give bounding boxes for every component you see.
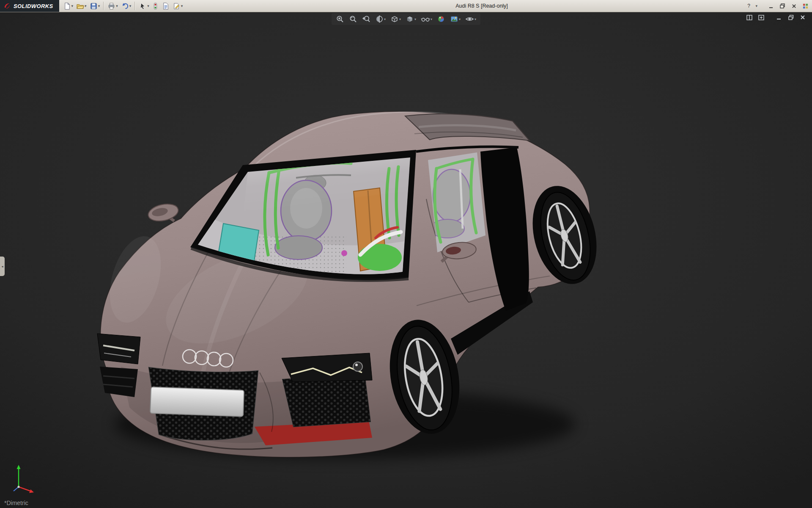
full-screen-icon bbox=[758, 15, 764, 20]
restore-icon bbox=[780, 3, 785, 8]
file-properties-icon bbox=[162, 2, 170, 10]
apply-scene-button[interactable]: ▾ bbox=[449, 14, 461, 24]
headsup-view-toolbar: ▾ ▾ ▾ ▾ bbox=[332, 13, 480, 25]
view-orientation-label: *Dimetric bbox=[4, 500, 28, 506]
solidworks-logo-icon bbox=[3, 2, 11, 10]
undo-button[interactable]: ▾ bbox=[120, 0, 133, 11]
save-button[interactable]: ▾ bbox=[88, 0, 102, 11]
select-button[interactable]: ▾ bbox=[137, 0, 151, 11]
undo-arrow-icon bbox=[121, 2, 129, 10]
options-page-icon bbox=[173, 2, 181, 10]
left-bumper-vent[interactable] bbox=[100, 367, 138, 397]
app-grid-icon bbox=[803, 3, 808, 9]
doc-close-icon bbox=[800, 15, 805, 20]
green-interior-part bbox=[358, 244, 402, 271]
zoom-to-fit-icon bbox=[336, 15, 344, 23]
minimize-button[interactable] bbox=[766, 2, 776, 11]
eyeglasses-icon bbox=[421, 15, 430, 23]
doc-minimize-button[interactable] bbox=[775, 14, 783, 21]
display-style-dropdown-arrow[interactable]: ▾ bbox=[414, 17, 416, 21]
zoom-to-fit-button[interactable] bbox=[335, 14, 345, 24]
graphics-area[interactable]: ▾ ▾ ▾ ▾ bbox=[0, 12, 812, 508]
feature-manager-flyout-arrow[interactable]: ◂ bbox=[0, 257, 5, 276]
print-dropdown-arrow[interactable]: ▾ bbox=[116, 4, 118, 8]
triad-origin bbox=[17, 486, 19, 488]
view-settings-dropdown-arrow[interactable]: ▾ bbox=[475, 17, 476, 21]
y-axis-arrow[interactable] bbox=[17, 465, 21, 469]
close-button[interactable] bbox=[789, 2, 799, 11]
document-window-controls bbox=[745, 14, 807, 21]
hide-show-items-button[interactable]: ▾ bbox=[420, 14, 433, 24]
close-icon bbox=[792, 4, 796, 8]
save-dropdown-arrow[interactable]: ▾ bbox=[98, 4, 100, 8]
license-plate[interactable] bbox=[150, 387, 244, 417]
new-document-icon bbox=[63, 2, 71, 10]
rebuild-button[interactable] bbox=[151, 0, 160, 11]
hide-show-dropdown-arrow[interactable]: ▾ bbox=[431, 17, 432, 21]
open-dropdown-arrow[interactable]: ▾ bbox=[85, 4, 87, 8]
select-dropdown-arrow[interactable]: ▾ bbox=[147, 4, 149, 8]
apply-scene-icon bbox=[450, 15, 458, 23]
section-view-button[interactable]: ▾ bbox=[374, 14, 387, 24]
full-screen-button[interactable] bbox=[757, 14, 765, 21]
restore-button[interactable] bbox=[777, 2, 787, 11]
app-grid-button[interactable] bbox=[800, 2, 810, 11]
display-style-icon bbox=[406, 15, 414, 23]
minimize-icon bbox=[769, 4, 774, 8]
section-view-dropdown-arrow[interactable]: ▾ bbox=[384, 17, 386, 21]
previous-view-icon bbox=[362, 15, 370, 23]
solidworks-logo: SOLIDWORKS bbox=[0, 0, 59, 12]
titlebar: SOLIDWORKS ▾ ▾ ▾ bbox=[0, 0, 812, 12]
split-view-button[interactable] bbox=[745, 14, 754, 21]
help-button[interactable]: ? bbox=[743, 2, 754, 11]
rebuild-stoplight-icon bbox=[152, 2, 159, 10]
appearance-ball-icon bbox=[437, 15, 445, 23]
view-orientation-cube-icon bbox=[390, 15, 399, 23]
split-view-icon bbox=[746, 15, 752, 20]
new-dropdown-arrow[interactable]: ▾ bbox=[71, 4, 74, 8]
view-orientation-dropdown-arrow[interactable]: ▾ bbox=[399, 17, 401, 21]
view-orientation-button[interactable]: ▾ bbox=[390, 14, 402, 24]
options-dropdown-arrow[interactable]: ▾ bbox=[181, 4, 183, 8]
window-title: Audi R8 S [Read-only] bbox=[455, 3, 508, 9]
toolbar-separator bbox=[103, 2, 104, 10]
apply-scene-dropdown-arrow[interactable]: ▾ bbox=[459, 17, 461, 21]
zoom-to-area-icon bbox=[349, 15, 357, 23]
new-button[interactable]: ▾ bbox=[62, 0, 75, 11]
save-floppy-icon bbox=[90, 2, 98, 10]
solidworks-window: SOLIDWORKS ▾ ▾ ▾ bbox=[0, 0, 812, 508]
help-dropdown-arrow[interactable]: ▾ bbox=[755, 4, 757, 8]
doc-restore-button[interactable] bbox=[787, 14, 795, 21]
left-headlight[interactable] bbox=[97, 334, 140, 364]
app-name-label: SOLIDWORKS bbox=[14, 3, 53, 9]
display-style-button[interactable]: ▾ bbox=[405, 14, 417, 24]
print-icon bbox=[107, 2, 115, 10]
section-view-icon bbox=[375, 15, 384, 23]
view-settings-button[interactable]: ▾ bbox=[464, 14, 477, 24]
open-folder-icon bbox=[76, 2, 84, 10]
doc-close-button[interactable] bbox=[798, 14, 807, 21]
doc-restore-icon bbox=[788, 15, 794, 20]
right-headlight[interactable] bbox=[282, 353, 372, 382]
options-button[interactable]: ▾ bbox=[171, 0, 184, 11]
view-settings-eye-icon bbox=[465, 15, 474, 23]
print-button[interactable]: ▾ bbox=[106, 0, 119, 11]
select-cursor-icon bbox=[139, 2, 147, 10]
zoom-to-area-button[interactable] bbox=[348, 14, 358, 24]
doc-minimize-icon bbox=[776, 15, 782, 20]
titlebar-controls: ? ▾ bbox=[743, 0, 810, 12]
front-grille[interactable] bbox=[148, 367, 261, 444]
previous-view-button[interactable] bbox=[361, 14, 371, 24]
scene-3d[interactable] bbox=[0, 12, 812, 508]
edit-appearance-button[interactable] bbox=[436, 14, 446, 24]
file-properties-button[interactable] bbox=[160, 0, 171, 11]
undo-dropdown-arrow[interactable]: ▾ bbox=[129, 4, 132, 8]
toolbar-separator bbox=[134, 2, 135, 10]
orientation-triad[interactable] bbox=[4, 460, 43, 499]
main-toolbar: ▾ ▾ ▾ ▾ bbox=[62, 0, 184, 11]
open-button[interactable]: ▾ bbox=[75, 0, 88, 11]
